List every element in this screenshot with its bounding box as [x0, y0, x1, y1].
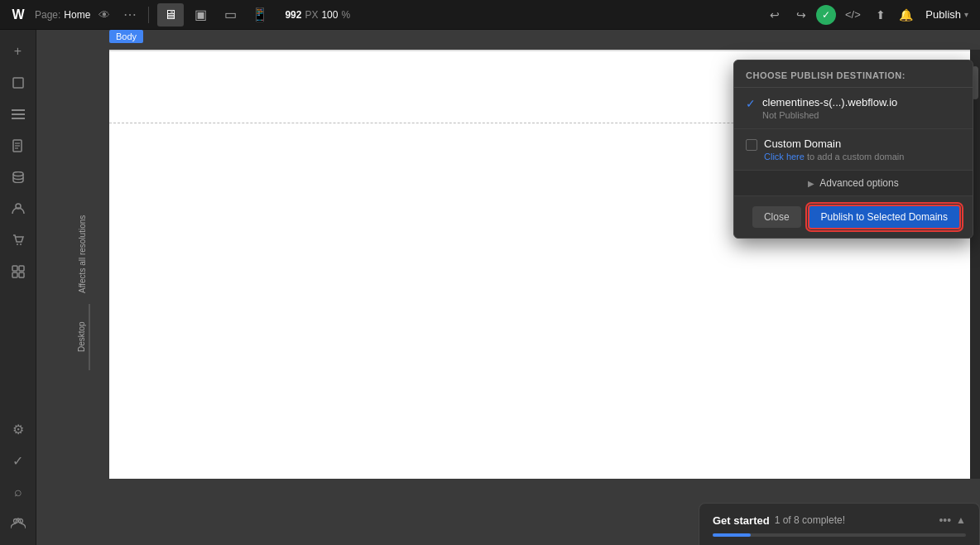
zoom-value: 100 [321, 9, 338, 21]
publish-chevron-icon: ▾ [964, 10, 968, 19]
sidebar-users-icon[interactable] [3, 194, 33, 224]
publish-selected-domains-button[interactable]: Publish to Selected Domains [808, 205, 961, 229]
canvas-size: 992 PX 100 % [278, 9, 357, 21]
svg-rect-14 [12, 272, 17, 277]
sidebar-pages-icon[interactable] [3, 131, 33, 161]
undo-icon[interactable]: ↩ [763, 3, 786, 27]
affects-label: Affects all resolutions [75, 205, 89, 304]
get-started-header: Get started 1 of 8 complete! ••• ▲ [713, 514, 966, 527]
sidebar-cms-icon[interactable] [3, 162, 33, 192]
svg-rect-0 [13, 78, 23, 88]
main-content: + ⚙ ✓ ⌕ Affects all [0, 30, 980, 545]
progress-bar-fill [713, 533, 751, 537]
page-menu-dots[interactable]: ⋯ [120, 7, 140, 22]
publish-dropdown-header: CHOOSE PUBLISH DESTINATION: [734, 60, 973, 88]
sidebar-check-icon[interactable]: ✓ [3, 446, 33, 475]
left-sidebar: + ⚙ ✓ ⌕ [0, 30, 36, 545]
desktop-view-icon[interactable]: 🖥 [157, 3, 184, 27]
get-started-title: Get started 1 of 8 complete! [713, 514, 845, 527]
publish-footer: Close Publish to Selected Domains [734, 196, 973, 238]
progress-bar-track [713, 533, 966, 537]
notification-icon[interactable]: 🔔 [896, 5, 915, 25]
domain-check-icon: ✓ [746, 97, 756, 110]
share-icon[interactable]: ⬆ [869, 3, 892, 27]
svg-rect-15 [19, 272, 24, 277]
publish-label: Publish [925, 8, 961, 21]
svg-point-8 [13, 172, 23, 176]
webflow-logo: W [7, 3, 30, 27]
publish-button[interactable]: Publish ▾ [920, 8, 973, 21]
get-started-toast: Get started 1 of 8 complete! ••• ▲ [699, 503, 980, 545]
page-info: Page: Home [35, 9, 90, 21]
svg-point-10 [17, 244, 18, 245]
topbar: W Page: Home 👁 ⋯ 🖥 ▣ ▭ 📱 992 PX 100 % ↩ … [0, 0, 980, 30]
custom-domain-sub-text: to add a custom domain [807, 152, 904, 162]
close-button[interactable]: Close [752, 206, 801, 228]
svg-rect-12 [12, 266, 17, 271]
get-started-actions: ••• ▲ [939, 514, 966, 527]
mobile-landscape-icon[interactable]: ▭ [217, 3, 243, 27]
custom-domain-checkbox[interactable] [746, 139, 757, 151]
action-buttons: ↩ ↪ ✓ </> ⬆ 🔔 [763, 3, 915, 27]
publish-dropdown: CHOOSE PUBLISH DESTINATION: ✓ clementine… [733, 60, 973, 239]
sidebar-ecommerce-icon[interactable] [3, 225, 33, 255]
custom-domain-sub: Click here to add a custom domain [764, 152, 961, 162]
domain-status: Not Published [762, 110, 961, 120]
domain-item[interactable]: ✓ clementines-s(...).webflow.io Not Publ… [734, 88, 973, 129]
sidebar-team-icon[interactable] [3, 509, 33, 538]
svg-point-11 [20, 244, 22, 245]
preview-icon[interactable]: 👁 [95, 6, 113, 24]
sidebar-add-icon[interactable]: + [3, 36, 33, 66]
page-name: Home [64, 9, 90, 21]
status-circle: ✓ [816, 5, 836, 25]
mobile-portrait-icon[interactable]: 📱 [247, 3, 273, 27]
desktop-label: Desktop [74, 304, 90, 370]
advanced-options-row[interactable]: ▶ Advanced options [734, 171, 973, 196]
sidebar-hamburger-icon[interactable] [3, 99, 33, 129]
tablet-view-icon[interactable]: ▣ [187, 3, 214, 27]
advanced-label: Advanced options [819, 177, 898, 189]
sidebar-search-icon[interactable]: ⌕ [3, 477, 33, 507]
get-started-chevron-icon[interactable]: ▲ [956, 514, 966, 526]
body-label: Body [109, 30, 143, 43]
get-started-dots-icon[interactable]: ••• [939, 514, 951, 527]
get-started-label: Get started [713, 514, 770, 527]
page-label: Page: [35, 9, 60, 21]
get-started-count: 1 of 8 complete! [775, 514, 845, 526]
side-labels: Affects all resolutions Desktop [55, 30, 109, 545]
domain-info: clementines-s(...).webflow.io Not Publis… [762, 96, 961, 120]
zoom-unit: % [341, 9, 350, 21]
divider [148, 7, 149, 23]
custom-domain-name: Custom Domain [764, 137, 961, 150]
size-number: 992 [285, 9, 301, 21]
custom-domain-info: Custom Domain Click here to add a custom… [764, 137, 961, 162]
sidebar-settings-icon[interactable]: ⚙ [3, 414, 33, 444]
code-editor-icon[interactable]: </> [839, 3, 866, 27]
device-tools: 🖥 ▣ ▭ 📱 [157, 3, 273, 27]
redo-icon[interactable]: ↪ [790, 3, 813, 27]
canvas-area: Affects all resolutions Desktop Body Get… [36, 30, 980, 545]
svg-rect-13 [19, 266, 24, 271]
sidebar-assets-icon[interactable] [3, 257, 33, 287]
domain-name: clementines-s(...).webflow.io [762, 96, 961, 109]
sidebar-box-icon[interactable] [3, 68, 33, 98]
size-unit: PX [305, 9, 318, 21]
advanced-chevron-icon: ▶ [808, 179, 814, 188]
custom-domain-item[interactable]: Custom Domain Click here to add a custom… [734, 129, 973, 171]
click-here-link[interactable]: Click here [764, 152, 805, 162]
